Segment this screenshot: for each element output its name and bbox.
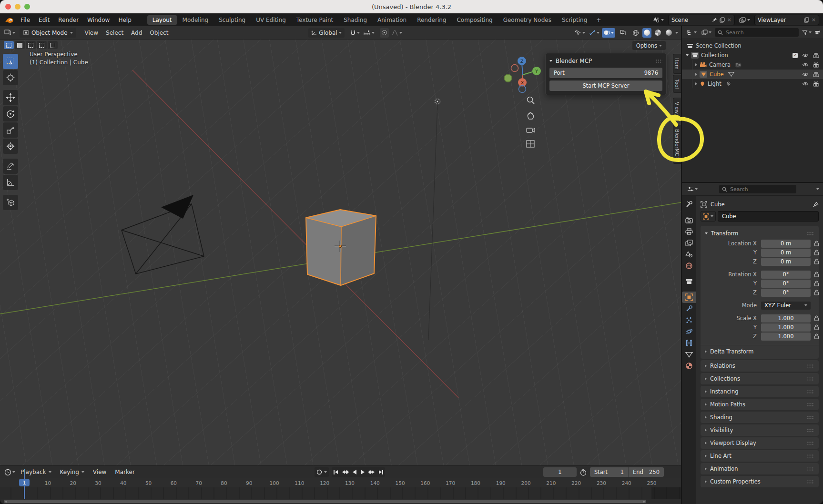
- viewport-menu[interactable]: Add: [127, 29, 146, 37]
- tab-world[interactable]: [682, 260, 696, 272]
- workspace-tab[interactable]: Compositing: [451, 15, 498, 25]
- current-frame-field[interactable]: 1: [543, 467, 577, 477]
- property-section[interactable]: Collections: [701, 373, 819, 384]
- outliner-search-input[interactable]: [725, 29, 796, 36]
- property-section[interactable]: Motion Paths: [701, 399, 819, 410]
- scene-browse-button[interactable]: [651, 15, 666, 25]
- sidebar-tab[interactable]: Tool: [673, 75, 681, 93]
- lock-icon[interactable]: [814, 250, 819, 255]
- light-row[interactable]: Light: [682, 79, 823, 89]
- keying-menu[interactable]: Keying: [56, 468, 88, 476]
- properties-search-input[interactable]: [729, 186, 793, 193]
- gizmo-minus-y-axis[interactable]: [504, 74, 512, 82]
- properties-search[interactable]: [719, 185, 796, 193]
- sidebar-tab[interactable]: Item: [673, 54, 681, 74]
- tab-particles[interactable]: [682, 314, 696, 326]
- hide-eye-icon[interactable]: [802, 72, 809, 77]
- lock-icon[interactable]: [814, 333, 819, 339]
- remove-viewlayer-icon[interactable]: ×: [812, 17, 816, 23]
- cube-object[interactable]: [306, 210, 376, 285]
- timeline-scrollbar[interactable]: [4, 500, 646, 503]
- options-button[interactable]: Options: [632, 41, 666, 50]
- lock-icon[interactable]: [814, 290, 819, 295]
- gizmo-minus-x-axis[interactable]: [511, 65, 518, 72]
- disable-render-icon[interactable]: [813, 72, 819, 77]
- panel-grip-icon[interactable]: [807, 454, 814, 458]
- camera-object[interactable]: [122, 195, 204, 274]
- workspace-tab[interactable]: Geometry Nodes: [498, 15, 557, 25]
- property-section[interactable]: Line Art: [701, 450, 819, 462]
- orthographic-grid-icon[interactable]: [526, 140, 535, 148]
- property-section[interactable]: Custom Properties: [701, 476, 819, 487]
- cursor-tool[interactable]: [3, 70, 18, 85]
- menubar-menu[interactable]: File: [16, 16, 34, 24]
- lock-icon[interactable]: [814, 241, 819, 246]
- cube-row[interactable]: Cube: [682, 70, 823, 79]
- select-box-intersect-button[interactable]: [48, 41, 58, 49]
- add-workspace-button[interactable]: +: [592, 16, 605, 24]
- hide-eye-icon[interactable]: [802, 62, 809, 67]
- tab-output[interactable]: [682, 226, 696, 237]
- transform-value-field[interactable]: 1.000: [761, 323, 811, 332]
- show-object-types-selector[interactable]: [573, 28, 587, 38]
- scale-tool[interactable]: [3, 122, 18, 138]
- menubar-menu[interactable]: Edit: [34, 16, 54, 24]
- workspace-tab[interactable]: Scripting: [557, 15, 592, 25]
- object-id-button[interactable]: [701, 211, 716, 222]
- sidebar-tab[interactable]: BlenderMCP: [673, 125, 681, 163]
- camera-row[interactable]: Camera: [682, 60, 823, 70]
- mesh-data-icon[interactable]: [728, 72, 734, 77]
- tab-physics[interactable]: [682, 326, 696, 337]
- panel-grip-icon[interactable]: [807, 377, 814, 381]
- move-tool[interactable]: [3, 90, 18, 105]
- viewlayer-browse-button[interactable]: [737, 15, 752, 25]
- transform-value-field[interactable]: 0°: [761, 271, 811, 279]
- panel-grip-icon[interactable]: [807, 428, 814, 433]
- panel-grip-icon[interactable]: [807, 390, 814, 394]
- end-frame-field[interactable]: End 250: [628, 467, 664, 477]
- collection-checkbox[interactable]: ✓: [793, 53, 798, 58]
- unlink-scene-icon[interactable]: ×: [727, 17, 732, 23]
- select-box-new-button[interactable]: [15, 41, 25, 49]
- outliner-search[interactable]: [715, 28, 799, 37]
- gizmos-toggle[interactable]: [588, 28, 601, 38]
- panel-collapse-icon[interactable]: [549, 60, 552, 62]
- expand-icon[interactable]: [695, 82, 697, 85]
- disable-render-icon[interactable]: [813, 53, 819, 58]
- viewport-3d[interactable]: Z Y X: [0, 40, 681, 465]
- expand-icon[interactable]: [686, 54, 689, 56]
- transform-value-field[interactable]: 0 m: [761, 240, 811, 248]
- blender-logo-icon[interactable]: [5, 16, 14, 24]
- menubar-menu[interactable]: Help: [114, 16, 135, 24]
- scene-name-field[interactable]: Scene ×: [668, 15, 735, 25]
- timeline-ruler[interactable]: 1 10203040506070809010011012013014015016…: [0, 478, 681, 487]
- disable-render-icon[interactable]: [813, 81, 819, 87]
- shading-material-button[interactable]: [653, 28, 662, 38]
- hide-eye-icon[interactable]: [802, 53, 809, 58]
- panel-grip-icon[interactable]: [807, 441, 814, 445]
- tab-render[interactable]: [682, 214, 696, 226]
- properties-editor-type-button[interactable]: [686, 184, 699, 194]
- object-name-field[interactable]: Cube: [718, 211, 819, 222]
- property-section[interactable]: Relations: [701, 360, 819, 372]
- delta-transform-panel[interactable]: Delta Transform: [701, 345, 819, 355]
- snap-target-selector[interactable]: [362, 28, 376, 38]
- light-data-icon[interactable]: [726, 81, 732, 87]
- workspace-tab[interactable]: Texture Paint: [291, 15, 338, 25]
- tab-tool[interactable]: [682, 199, 696, 210]
- timeline-track[interactable]: [0, 487, 681, 499]
- tab-object[interactable]: [682, 292, 696, 303]
- tweak-tool-button[interactable]: [4, 41, 14, 49]
- viewlayer-name-field[interactable]: ViewLayer ×: [754, 15, 819, 25]
- next-keyframe-button[interactable]: [369, 470, 375, 474]
- panel-grip-icon[interactable]: [807, 480, 814, 484]
- current-frame-indicator[interactable]: 1: [19, 479, 30, 486]
- panel-grip-icon[interactable]: [807, 232, 814, 236]
- snapping-toggle[interactable]: [348, 28, 361, 38]
- add-primitive-tool[interactable]: [3, 195, 18, 210]
- zoom-icon[interactable]: [526, 96, 535, 105]
- rotation-mode-dropdown[interactable]: XYZ Euler: [761, 302, 811, 310]
- transform-value-field[interactable]: 0°: [761, 280, 811, 288]
- mode-selector[interactable]: Object Mode: [20, 28, 76, 38]
- workspace-tab[interactable]: Animation: [372, 15, 412, 25]
